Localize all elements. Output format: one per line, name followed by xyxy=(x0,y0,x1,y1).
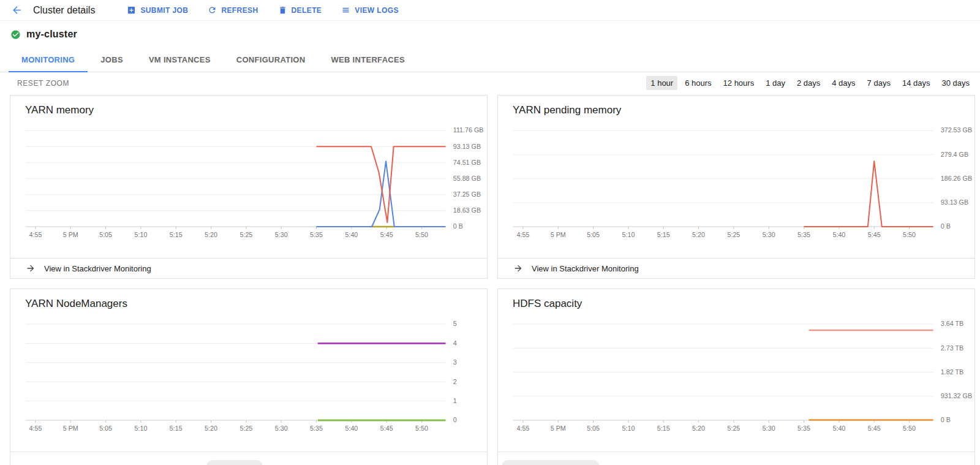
trash-icon xyxy=(278,6,287,15)
svg-text:5 PM: 5 PM xyxy=(551,231,566,238)
svg-text:5:30: 5:30 xyxy=(275,425,288,432)
tab-configuration[interactable]: CONFIGURATION xyxy=(224,48,318,72)
range-1-day[interactable]: 1 day xyxy=(761,76,790,90)
arrow-back-icon xyxy=(11,4,23,16)
page-title: Cluster details xyxy=(33,5,95,16)
stackdriver-link-row[interactable] xyxy=(10,452,487,465)
view-logs-label: VIEW LOGS xyxy=(355,6,399,15)
range-6-hours[interactable]: 6 hours xyxy=(680,76,715,90)
svg-text:93.13 GB: 93.13 GB xyxy=(453,143,481,150)
yarn-nodemanagers-chart[interactable]: 5432104:555 PM5:055:105:155:205:255:305:… xyxy=(10,316,487,452)
delete-button[interactable]: DELETE xyxy=(278,6,322,15)
range-14-days[interactable]: 14 days xyxy=(898,76,935,90)
svg-text:111.76 GB: 111.76 GB xyxy=(453,127,484,134)
svg-text:5:05: 5:05 xyxy=(587,425,600,432)
yarn-memory-chart[interactable]: 111.76 GB93.13 GB74.51 GB55.88 GB37.25 G… xyxy=(10,123,487,258)
range-7-days[interactable]: 7 days xyxy=(863,76,895,90)
time-range-group: 1 hour 6 hours 12 hours 1 day 2 days 4 d… xyxy=(646,76,974,90)
svg-text:5 PM: 5 PM xyxy=(63,231,78,238)
svg-text:4:55: 4:55 xyxy=(29,425,42,432)
svg-text:5:40: 5:40 xyxy=(832,231,845,238)
app-header: Cluster details SUBMIT JOB REFRESH DELET… xyxy=(0,0,980,21)
svg-text:5:25: 5:25 xyxy=(727,425,740,432)
reset-zoom-button[interactable]: RESET ZOOM xyxy=(17,79,69,88)
tab-bar: MONITORING JOBS VM INSTANCES CONFIGURATI… xyxy=(0,48,980,72)
svg-text:0 B: 0 B xyxy=(941,223,951,230)
stackdriver-link-label: View in Stackdriver Monitoring xyxy=(44,264,151,273)
svg-text:5:15: 5:15 xyxy=(170,231,183,238)
svg-text:4: 4 xyxy=(453,339,457,347)
svg-text:5:05: 5:05 xyxy=(99,425,112,432)
svg-text:0 B: 0 B xyxy=(453,223,463,230)
svg-text:5:15: 5:15 xyxy=(170,425,183,432)
refresh-label: REFRESH xyxy=(221,6,258,15)
chart-title: YARN NodeManagers xyxy=(10,289,487,316)
refresh-button[interactable]: REFRESH xyxy=(208,6,258,15)
yarn-pending-memory-chart[interactable]: 372.53 GB279.4 GB186.26 GB93.13 GB0 B4:5… xyxy=(498,123,974,258)
svg-text:5:15: 5:15 xyxy=(657,231,670,238)
svg-text:5:50: 5:50 xyxy=(415,425,428,432)
svg-text:5:10: 5:10 xyxy=(134,425,147,432)
yarn-pending-memory-card: YARN pending memory 372.53 GB279.4 GB186… xyxy=(497,95,975,279)
yarn-nodemanagers-card: YARN NodeManagers 5432104:555 PM5:055:10… xyxy=(10,289,488,465)
svg-text:55.88 GB: 55.88 GB xyxy=(453,175,481,182)
tab-vm-instances[interactable]: VM INSTANCES xyxy=(136,48,224,72)
range-4-days[interactable]: 4 days xyxy=(827,76,859,90)
stackdriver-link-row[interactable]: View in Stackdriver Monitoring xyxy=(10,258,487,278)
svg-text:3: 3 xyxy=(453,358,457,366)
tab-web-interfaces[interactable]: WEB INTERFACES xyxy=(318,48,417,72)
delete-label: DELETE xyxy=(292,6,322,15)
svg-text:2.73 TB: 2.73 TB xyxy=(941,344,963,352)
svg-text:5:20: 5:20 xyxy=(205,425,217,432)
svg-text:37.25 GB: 37.25 GB xyxy=(453,191,481,198)
status-ok-icon xyxy=(10,29,21,40)
svg-text:5:30: 5:30 xyxy=(275,231,288,238)
svg-text:5:25: 5:25 xyxy=(239,425,252,432)
view-logs-button[interactable]: VIEW LOGS xyxy=(341,6,399,15)
svg-text:5 PM: 5 PM xyxy=(63,425,78,432)
svg-text:5:35: 5:35 xyxy=(797,231,810,238)
hdfs-capacity-chart[interactable]: 3.64 TB2.73 TB1.82 TB931.32 GB0 B4:555 P… xyxy=(498,316,974,452)
chart-title: YARN memory xyxy=(10,96,487,123)
tab-jobs[interactable]: JOBS xyxy=(88,48,136,72)
chart-toolbar: RESET ZOOM 1 hour 6 hours 12 hours 1 day… xyxy=(0,72,980,94)
submit-job-label: SUBMIT JOB xyxy=(140,6,188,15)
svg-text:0 B: 0 B xyxy=(941,417,951,424)
svg-text:0: 0 xyxy=(453,417,457,424)
svg-text:18.63 GB: 18.63 GB xyxy=(453,206,481,214)
back-button[interactable] xyxy=(9,2,24,18)
svg-text:931.32 GB: 931.32 GB xyxy=(941,392,972,399)
svg-text:5:35: 5:35 xyxy=(310,231,323,238)
svg-text:5:45: 5:45 xyxy=(380,231,393,238)
submit-job-button[interactable]: SUBMIT JOB xyxy=(127,6,188,15)
svg-text:4:55: 4:55 xyxy=(29,231,42,238)
yarn-memory-card: YARN memory 111.76 GB93.13 GB74.51 GB55.… xyxy=(10,95,488,279)
list-lines-icon xyxy=(341,6,350,15)
svg-text:2: 2 xyxy=(453,378,457,385)
svg-text:5:35: 5:35 xyxy=(797,425,810,432)
range-2-days[interactable]: 2 days xyxy=(793,76,824,90)
range-30-days[interactable]: 30 days xyxy=(937,76,974,90)
loading-pill xyxy=(206,460,263,465)
svg-text:5 PM: 5 PM xyxy=(551,425,566,432)
svg-text:1.82 TB: 1.82 TB xyxy=(941,368,963,376)
svg-text:5:40: 5:40 xyxy=(345,231,358,238)
svg-text:5:45: 5:45 xyxy=(868,425,881,432)
svg-text:5:45: 5:45 xyxy=(868,231,881,238)
stackdriver-link-row[interactable] xyxy=(498,452,974,465)
svg-text:372.53 GB: 372.53 GB xyxy=(941,127,972,134)
tab-monitoring[interactable]: MONITORING xyxy=(9,48,88,72)
svg-text:93.13 GB: 93.13 GB xyxy=(941,198,968,206)
svg-text:5:10: 5:10 xyxy=(622,231,635,238)
svg-text:5:20: 5:20 xyxy=(205,231,217,238)
range-1-hour[interactable]: 1 hour xyxy=(646,76,677,90)
chart-title: YARN pending memory xyxy=(498,96,974,123)
stackdriver-link-label: View in Stackdriver Monitoring xyxy=(532,264,639,273)
cluster-name: my-cluster xyxy=(26,29,77,40)
svg-text:5:30: 5:30 xyxy=(763,231,775,238)
range-12-hours[interactable]: 12 hours xyxy=(719,76,759,90)
refresh-icon xyxy=(208,6,217,15)
svg-text:5:15: 5:15 xyxy=(657,425,670,432)
svg-text:5:30: 5:30 xyxy=(763,425,775,432)
stackdriver-link-row[interactable]: View in Stackdriver Monitoring xyxy=(498,258,974,278)
